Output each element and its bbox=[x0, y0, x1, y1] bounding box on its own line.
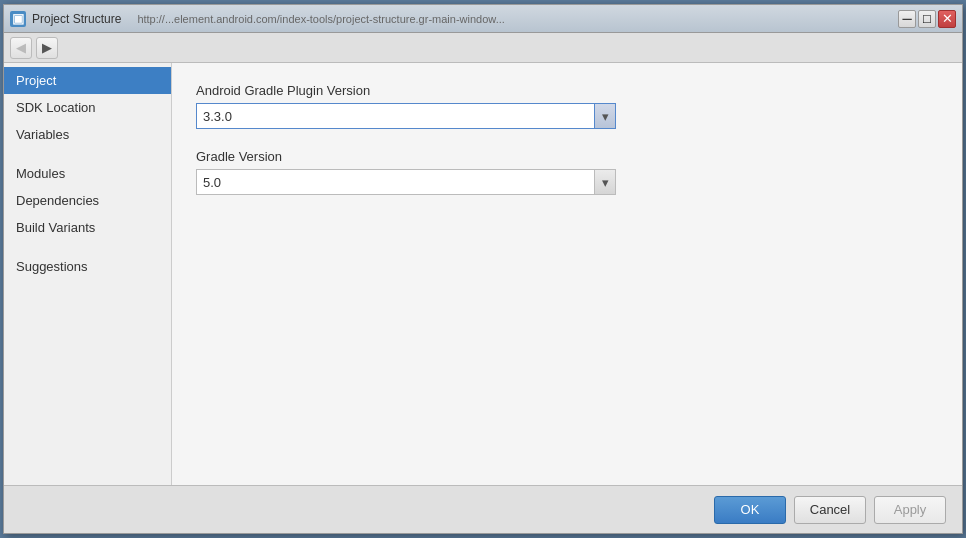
gradle-plugin-label: Android Gradle Plugin Version bbox=[196, 83, 938, 98]
sidebar-item-suggestions[interactable]: Suggestions bbox=[4, 253, 171, 280]
gradle-plugin-dropdown-arrow-icon: ▾ bbox=[602, 109, 609, 124]
gradle-version-dropdown-button[interactable]: ▾ bbox=[594, 169, 616, 195]
gradle-plugin-field-group: Android Gradle Plugin Version ▾ bbox=[196, 83, 938, 129]
project-structure-dialog: ▣ Project Structure http://...element.an… bbox=[3, 4, 963, 534]
maximize-button[interactable]: □ bbox=[918, 10, 936, 28]
minimize-icon: ─ bbox=[902, 11, 911, 26]
gradle-plugin-input[interactable] bbox=[196, 103, 616, 129]
sidebar-separator-1 bbox=[4, 148, 171, 160]
sidebar-item-sdk-location[interactable]: SDK Location bbox=[4, 94, 171, 121]
gradle-version-dropdown-container: ▾ bbox=[196, 169, 616, 195]
back-button[interactable]: ◀ bbox=[10, 37, 32, 59]
sidebar-item-dependencies[interactable]: Dependencies bbox=[4, 187, 171, 214]
sidebar-separator-2 bbox=[4, 241, 171, 253]
gradle-version-input[interactable] bbox=[196, 169, 616, 195]
maximize-icon: □ bbox=[923, 11, 931, 26]
sidebar: Project SDK Location Variables Modules D… bbox=[4, 63, 172, 485]
close-icon: ✕ bbox=[942, 11, 953, 26]
sidebar-item-build-variants[interactable]: Build Variants bbox=[4, 214, 171, 241]
main-content: Project SDK Location Variables Modules D… bbox=[4, 63, 962, 485]
forward-icon: ▶ bbox=[42, 40, 52, 55]
apply-button[interactable]: Apply bbox=[874, 496, 946, 524]
bottom-bar: OK Cancel Apply bbox=[4, 485, 962, 533]
nav-bar: ◀ ▶ bbox=[4, 33, 962, 63]
window-title: Project Structure bbox=[32, 12, 121, 26]
sidebar-item-project[interactable]: Project bbox=[4, 67, 171, 94]
window-url: http://...element.android.com/index-tool… bbox=[137, 13, 504, 25]
gradle-plugin-dropdown-button[interactable]: ▾ bbox=[594, 103, 616, 129]
gradle-plugin-dropdown-container: ▾ bbox=[196, 103, 616, 129]
close-button[interactable]: ✕ bbox=[938, 10, 956, 28]
gradle-version-label: Gradle Version bbox=[196, 149, 938, 164]
app-icon: ▣ bbox=[10, 11, 26, 27]
gradle-version-field-group: Gradle Version ▾ bbox=[196, 149, 938, 195]
back-icon: ◀ bbox=[16, 40, 26, 55]
minimize-button[interactable]: ─ bbox=[898, 10, 916, 28]
content-area: Android Gradle Plugin Version ▾ Gradle V… bbox=[172, 63, 962, 485]
title-bar: ▣ Project Structure http://...element.an… bbox=[4, 5, 962, 33]
forward-button[interactable]: ▶ bbox=[36, 37, 58, 59]
gradle-version-dropdown-arrow-icon: ▾ bbox=[602, 175, 609, 190]
sidebar-item-variables[interactable]: Variables bbox=[4, 121, 171, 148]
sidebar-item-modules[interactable]: Modules bbox=[4, 160, 171, 187]
cancel-button[interactable]: Cancel bbox=[794, 496, 866, 524]
window-body: ◀ ▶ Project SDK Location Variables bbox=[4, 33, 962, 533]
app-icon-letter: ▣ bbox=[12, 11, 24, 26]
ok-button[interactable]: OK bbox=[714, 496, 786, 524]
window-controls: ─ □ ✕ bbox=[898, 10, 956, 28]
title-bar-left: ▣ Project Structure http://...element.an… bbox=[10, 11, 505, 27]
